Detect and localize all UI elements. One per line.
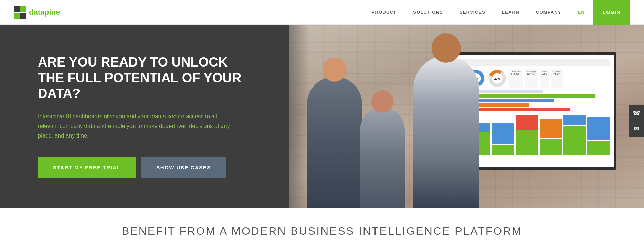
dash-stat-boxes: Data Key470,000 Average12.4% Total2.8M G… xyxy=(509,69,610,88)
hero-buttons: START MY FREE TRIAL SHOW USE CASES xyxy=(38,157,262,178)
side-contact-icons: ☎ ✉ xyxy=(629,105,644,137)
chart-bar-blue-3 xyxy=(492,123,514,144)
benefit-title: BENEFIT FROM A MODERN BUSINESS INTELLIGE… xyxy=(14,225,630,238)
hero-section: ARE YOU READY TO UNLOCK THE FULL POTENTI… xyxy=(0,25,644,208)
header: datapine PRODUCT SOLUTIONS SERVICES LEAR… xyxy=(0,0,644,25)
person-head-1 xyxy=(323,58,347,82)
person-silhouette-2 xyxy=(360,108,405,208)
logo-sq2 xyxy=(20,6,26,12)
show-use-cases-button[interactable]: SHOW USE CASES xyxy=(141,157,226,178)
logo-sq3 xyxy=(14,13,20,19)
hero-right-panel: 80% 61% 29% xyxy=(289,25,644,208)
dash-stat-2: Average12.4% xyxy=(525,69,538,88)
hero-title: ARE YOU READY TO UNLOCK THE FULL POTENTI… xyxy=(38,54,244,102)
nav-lang[interactable]: EN xyxy=(570,0,593,25)
chart-bar-green-4 xyxy=(516,130,538,155)
person-head-2 xyxy=(371,90,394,113)
dash-stat-1: Data Key470,000 xyxy=(509,69,523,88)
hero-description: Interactive BI dashboards give you and y… xyxy=(38,111,237,140)
login-button[interactable]: LOGIN xyxy=(593,0,630,25)
dash-bar-fill-4 xyxy=(463,108,570,111)
logo-icon xyxy=(14,6,26,19)
benefit-section: BENEFIT FROM A MODERN BUSINESS INTELLIGE… xyxy=(0,208,644,242)
dash-stat-4: Growth+8.2% xyxy=(551,69,563,88)
chart-bar-green-3 xyxy=(492,145,514,155)
chart-col-3 xyxy=(492,114,514,155)
chart-col-6 xyxy=(563,114,586,155)
chart-bar-blue-6 xyxy=(563,115,586,125)
nav-learn[interactable]: LEARN xyxy=(494,0,528,25)
chart-bar-blue-7 xyxy=(587,117,610,140)
chart-bar-orange-5 xyxy=(540,119,562,138)
svg-text:29%: 29% xyxy=(494,77,500,80)
person-head-3 xyxy=(431,33,461,63)
hero-left-panel: ARE YOU READY TO UNLOCK THE FULL POTENTI… xyxy=(0,25,289,208)
nav-product[interactable]: PRODUCT xyxy=(363,0,405,25)
logo-brand: data xyxy=(29,8,44,17)
nav-solutions[interactable]: SOLUTIONS xyxy=(405,0,451,25)
chart-bar-red-4 xyxy=(516,115,538,130)
nav-services[interactable]: SERVICES xyxy=(451,0,494,25)
logo-sq1 xyxy=(14,6,20,12)
main-nav: PRODUCT SOLUTIONS SERVICES LEARN COMPANY… xyxy=(363,0,630,25)
chart-col-4 xyxy=(516,114,538,155)
logo-accent: pine xyxy=(44,8,60,17)
mail-icon[interactable]: ✉ xyxy=(629,121,644,137)
dash-bar-fill-1 xyxy=(463,94,595,98)
chart-col-7 xyxy=(587,114,610,155)
person-silhouette-3 xyxy=(413,56,479,208)
phone-icon[interactable]: ☎ xyxy=(629,105,644,121)
logo-sq4 xyxy=(20,13,26,19)
chart-col-5 xyxy=(540,114,562,155)
logo[interactable]: datapine xyxy=(14,6,60,19)
start-trial-button[interactable]: START MY FREE TRIAL xyxy=(38,157,136,178)
chart-bar-green-7 xyxy=(587,141,610,155)
person-silhouette-1 xyxy=(307,77,362,208)
chart-bar-green-5 xyxy=(540,139,562,155)
logo-text: datapine xyxy=(29,8,60,17)
chart-bar-green-6 xyxy=(563,126,586,155)
dash-stat-3: Total2.8M xyxy=(540,69,550,88)
donut-3: 29% xyxy=(488,69,507,88)
nav-company[interactable]: COMPANY xyxy=(528,0,570,25)
